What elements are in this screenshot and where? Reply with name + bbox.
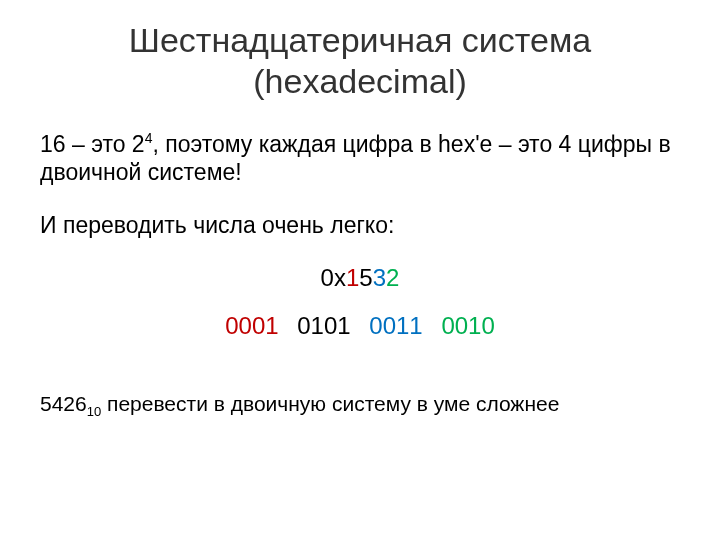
bin-group-3: 0011: [369, 312, 422, 339]
title-line-2: (hexadecimal): [253, 62, 467, 100]
bin-group-4: 0010: [441, 312, 494, 339]
intro-paragraph: 16 – это 24, поэтому каждая цифра в hex'…: [40, 130, 680, 188]
hex-digit-3: 3: [373, 264, 386, 291]
bin-group-1: 0001: [225, 312, 278, 339]
slide-title: Шестнадцатеричная система (hexadecimal): [40, 20, 680, 102]
footer-subscript: 10: [87, 404, 101, 419]
hex-number: 0x1532: [40, 264, 680, 292]
hex-digit-4: 2: [386, 264, 399, 291]
footer-paragraph: 542610 перевести в двоичную систему в ум…: [40, 390, 680, 417]
hex-digit-1: 1: [346, 264, 359, 291]
binary-groups: 0001 0101 0011 0010: [40, 312, 680, 340]
footer-number: 5426: [40, 392, 87, 415]
bin-group-2: 0101: [297, 312, 350, 339]
hex-prefix: 0x: [321, 264, 346, 291]
convert-lead: И переводить числа очень легко:: [40, 211, 680, 240]
title-line-1: Шестнадцатеричная система: [129, 21, 591, 59]
intro-prefix: 16 – это 2: [40, 131, 145, 157]
hex-digit-2: 5: [359, 264, 372, 291]
footer-suffix: перевести в двоичную систему в уме сложн…: [101, 392, 559, 415]
